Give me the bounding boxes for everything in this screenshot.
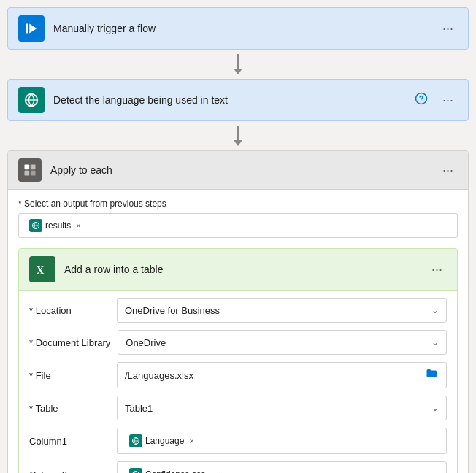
add-row-more-button[interactable]: ··· <box>427 261 447 279</box>
language-tag-icon <box>129 434 142 447</box>
add-row-body: * Location OneDrive for Business ⌄ * Doc… <box>19 291 457 473</box>
results-tag-close[interactable]: × <box>76 221 80 230</box>
folder-icon <box>426 367 439 383</box>
arrow-1 <box>234 50 242 79</box>
doc-library-label: * Document Library <box>29 337 110 348</box>
add-row-title: Add a row into a table <box>64 264 427 275</box>
output-tag-input[interactable]: results × <box>18 213 458 238</box>
apply-menu: ··· <box>438 161 458 180</box>
confidence-tag-close[interactable]: × <box>218 470 223 473</box>
svg-rect-5 <box>25 165 30 170</box>
results-tag-label: results <box>45 220 71 231</box>
add-row-card: X Add a row into a table ··· * Location … <box>18 248 458 473</box>
location-label: * Location <box>29 305 110 316</box>
svg-rect-6 <box>31 165 36 170</box>
file-label: * File <box>29 370 110 381</box>
results-tag: results × <box>25 218 85 234</box>
doc-library-value: OneDrive <box>126 337 166 348</box>
location-row: * Location OneDrive for Business ⌄ <box>29 298 447 323</box>
file-input[interactable]: /Languages.xlsx <box>117 362 447 388</box>
confidence-tag-icon <box>129 468 142 473</box>
arrow-head-2 <box>234 140 242 146</box>
trigger-menu: ··· <box>438 20 458 38</box>
svg-rect-0 <box>26 24 28 34</box>
file-row: * File /Languages.xlsx <box>29 362 447 388</box>
language-tag: Language × <box>125 433 199 449</box>
apply-more-button[interactable]: ··· <box>438 161 458 180</box>
detect-menu: ? ··· <box>410 91 458 109</box>
language-tag-label: Language <box>145 436 184 446</box>
apply-to-each-section: Apply to each ··· * Select an output fro… <box>7 150 469 473</box>
column1-row: Column1 <box>29 428 447 454</box>
arrow-2 <box>234 121 242 150</box>
language-tag-close[interactable]: × <box>189 437 193 445</box>
apply-icon <box>18 158 42 182</box>
detect-icon <box>18 87 45 113</box>
column1-input[interactable]: Language × <box>117 428 447 454</box>
arrow-head-1 <box>234 69 242 74</box>
detect-card: Detect the language being used in text ?… <box>7 79 469 121</box>
doc-library-chevron: ⌄ <box>431 337 439 347</box>
detect-help-button[interactable]: ? <box>410 91 432 109</box>
table-label: * Table <box>29 403 110 414</box>
column2-row: Column2 <box>29 461 447 473</box>
trigger-more-button[interactable]: ··· <box>438 20 458 38</box>
location-value: OneDrive for Business <box>125 305 220 316</box>
table-row-field: * Table Table1 ⌄ <box>29 396 447 420</box>
apply-title: Apply to each <box>50 164 438 176</box>
detect-title: Detect the language being used in text <box>53 94 410 106</box>
confidence-tag: Confidence sco... × <box>125 466 227 473</box>
trigger-icon <box>18 15 45 42</box>
select-output-label: * Select an output from previous steps <box>18 199 458 209</box>
apply-header: Apply to each ··· <box>8 151 468 190</box>
trigger-card: Manually trigger a flow ··· <box>7 7 469 50</box>
detect-more-button[interactable]: ··· <box>438 91 458 109</box>
arrow-line-2 <box>237 126 239 140</box>
svg-rect-7 <box>25 171 30 176</box>
svg-text:?: ? <box>419 94 423 103</box>
table-chevron: ⌄ <box>431 403 439 413</box>
doc-library-dropdown[interactable]: OneDrive ⌄ <box>118 330 447 355</box>
table-value: Table1 <box>125 403 153 414</box>
apply-body: * Select an output from previous steps r… <box>8 190 468 473</box>
column1-label: Column1 <box>29 436 110 447</box>
file-value: /Languages.xlsx <box>125 370 193 381</box>
column2-label: Column2 <box>29 469 110 474</box>
location-chevron: ⌄ <box>431 305 439 315</box>
confidence-tag-label: Confidence sco... <box>145 469 213 473</box>
column2-input[interactable]: Confidence sco... × <box>117 461 447 473</box>
table-dropdown[interactable]: Table1 ⌄ <box>117 396 447 420</box>
svg-rect-8 <box>31 171 36 176</box>
add-row-menu: ··· <box>427 261 447 279</box>
results-tag-icon <box>29 219 42 232</box>
svg-text:X: X <box>37 264 45 276</box>
doc-library-row: * Document Library OneDrive ⌄ <box>29 330 447 355</box>
add-row-header: X Add a row into a table ··· <box>19 249 457 291</box>
trigger-title: Manually trigger a flow <box>53 23 438 34</box>
location-dropdown[interactable]: OneDrive for Business ⌄ <box>117 298 447 323</box>
excel-icon: X <box>29 256 55 282</box>
arrow-line-1 <box>237 54 239 69</box>
